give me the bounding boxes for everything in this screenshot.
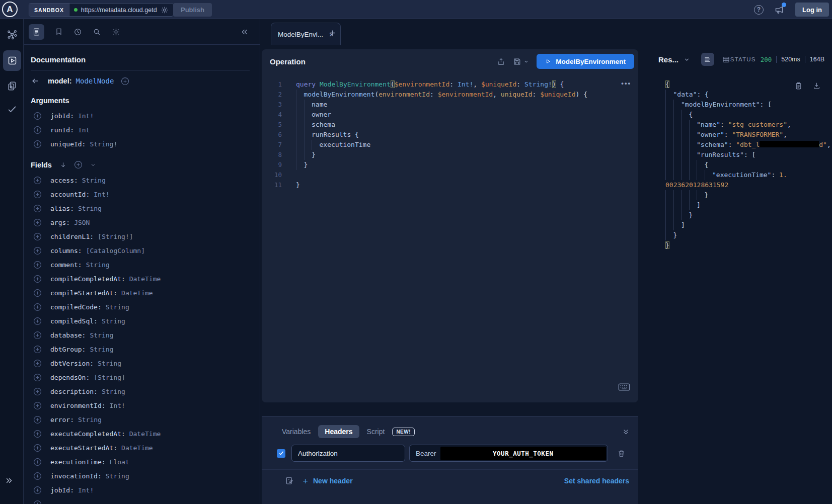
add-field-icon[interactable] [33, 458, 42, 466]
help-icon[interactable]: ? [754, 5, 764, 15]
doc-field-row[interactable]: dbtVersion:String [24, 356, 260, 370]
field-type[interactable]: Int! [110, 402, 125, 409]
header-enabled-checkbox[interactable] [277, 449, 285, 458]
doc-field-row[interactable]: compileCompletedAt:DateTime [24, 272, 260, 286]
add-field-icon[interactable] [33, 500, 42, 504]
doc-field-row[interactable]: environmentId:Int! [24, 398, 260, 412]
run-operation-button[interactable]: ModelByEnvironment [537, 54, 634, 69]
table-view-toggle[interactable] [722, 55, 730, 64]
field-type[interactable]: String [106, 472, 129, 480]
add-field-icon[interactable] [33, 261, 42, 269]
doc-field-row[interactable]: comment:String [24, 258, 260, 272]
delete-header-icon[interactable] [617, 449, 626, 458]
add-field-icon[interactable] [33, 359, 42, 368]
explorer-nav-item[interactable] [3, 50, 21, 71]
doc-field-row[interactable]: jobId:Int! [24, 109, 260, 123]
collections-icon[interactable] [7, 80, 18, 92]
field-type[interactable]: String [78, 205, 102, 212]
collapse-docs-icon[interactable] [240, 28, 249, 36]
header-key-input[interactable] [291, 445, 405, 462]
response-dropdown[interactable]: Res... [658, 55, 678, 64]
endpoint-url-field[interactable]: https://metadata.cloud.getd [69, 4, 173, 16]
field-type[interactable]: String [78, 416, 102, 424]
add-all-fields-icon[interactable] [74, 160, 83, 169]
field-type[interactable]: String [86, 261, 110, 269]
doc-field-row[interactable]: childrenL1:[String!] [24, 229, 260, 243]
apollo-logo[interactable]: A [2, 2, 18, 17]
doc-field-row[interactable]: description:String [24, 384, 260, 398]
add-field-icon[interactable] [33, 303, 42, 311]
field-type[interactable]: [CatalogColumn] [86, 247, 145, 255]
field-type[interactable]: [String!] [98, 233, 133, 240]
doc-field-row[interactable] [24, 497, 260, 504]
copy-response-icon[interactable] [794, 81, 803, 90]
field-type[interactable]: String [106, 303, 129, 311]
announcements-icon[interactable] [774, 5, 785, 15]
field-type[interactable]: String [98, 360, 121, 367]
header-value-input[interactable]: Bearer YOUR_AUTH_TOKEN [409, 445, 608, 462]
endpoint-url[interactable]: https://metadata.cloud.getd [81, 7, 157, 14]
field-type[interactable]: String [82, 177, 106, 184]
settings-icon[interactable] [112, 28, 120, 36]
tab-variables[interactable]: Variables [282, 428, 311, 436]
add-field-icon[interactable] [33, 204, 42, 213]
checks-icon[interactable] [7, 104, 18, 115]
add-field-icon[interactable] [33, 176, 42, 185]
add-field-icon[interactable] [33, 289, 42, 297]
add-field-icon[interactable] [33, 331, 42, 340]
field-type[interactable]: Float [110, 458, 129, 466]
back-icon[interactable] [31, 76, 40, 86]
field-type[interactable]: String [90, 331, 113, 339]
field-type[interactable]: [String] [94, 374, 125, 381]
download-response-icon[interactable] [812, 81, 821, 90]
add-field-icon[interactable] [33, 387, 42, 396]
doc-field-row[interactable]: invocationId:String [24, 469, 260, 483]
login-button[interactable]: Log in [795, 3, 829, 17]
add-field-icon[interactable] [33, 401, 42, 410]
tab-headers[interactable]: Headers [318, 425, 359, 438]
field-type[interactable]: JSON [74, 219, 90, 226]
add-field-icon[interactable] [33, 126, 42, 134]
publish-button[interactable]: Publish [173, 3, 212, 17]
add-field-icon[interactable] [33, 472, 42, 480]
breadcrumb-type[interactable]: ModelNode [76, 77, 114, 85]
query-editor[interactable]: 1query ModelByEnvironment($environmentId… [262, 79, 638, 190]
add-field-icon[interactable] [33, 317, 42, 325]
doc-field-row[interactable]: jobId:Int! [24, 483, 260, 497]
field-type[interactable]: Int! [78, 486, 94, 494]
save-operation-icon[interactable] [513, 57, 521, 66]
field-type[interactable]: DateTime [129, 275, 161, 283]
sort-fields-icon[interactable] [59, 161, 67, 169]
doc-field-row[interactable]: executeStartedAt:DateTime [24, 441, 260, 455]
set-shared-headers-link[interactable]: Set shared headers [564, 477, 629, 485]
field-type[interactable]: Int! [78, 112, 94, 120]
field-type[interactable]: String [90, 346, 113, 353]
add-field-icon[interactable] [33, 486, 42, 494]
doc-field-row[interactable]: uniqueId:String! [24, 137, 260, 151]
graph-icon[interactable] [7, 29, 18, 40]
endpoint-settings-icon[interactable] [161, 6, 169, 14]
field-type[interactable]: Int! [94, 191, 109, 198]
expand-rail-icon[interactable] [5, 476, 13, 485]
field-type[interactable]: DateTime [121, 289, 153, 297]
new-header-button[interactable]: New header [301, 477, 353, 485]
new-tab-icon[interactable] [328, 29, 337, 37]
doc-field-row[interactable]: accountId:Int! [24, 187, 260, 201]
doc-field-row[interactable]: dependsOn:[String] [24, 370, 260, 384]
fields-options-chevron-icon[interactable] [90, 162, 96, 168]
doc-field-row[interactable]: executionTime:Float [24, 455, 260, 469]
add-field-icon[interactable] [33, 444, 42, 452]
header-script-icon[interactable] [285, 476, 294, 485]
field-type[interactable]: String! [90, 140, 117, 148]
json-view-toggle[interactable] [701, 53, 714, 66]
doc-field-row[interactable]: args:JSON [24, 215, 260, 229]
history-icon[interactable] [73, 28, 82, 36]
add-field-icon[interactable] [33, 345, 42, 354]
doc-field-row[interactable]: compileStartedAt:DateTime [24, 286, 260, 300]
doc-field-row[interactable]: database:String [24, 328, 260, 342]
doc-field-row[interactable]: dbtGroup:String [24, 342, 260, 356]
doc-field-row[interactable]: compiledCode:String [24, 300, 260, 314]
field-type[interactable]: DateTime [129, 430, 161, 438]
doc-field-row[interactable]: alias:String [24, 201, 260, 215]
add-field-icon[interactable] [33, 275, 42, 283]
